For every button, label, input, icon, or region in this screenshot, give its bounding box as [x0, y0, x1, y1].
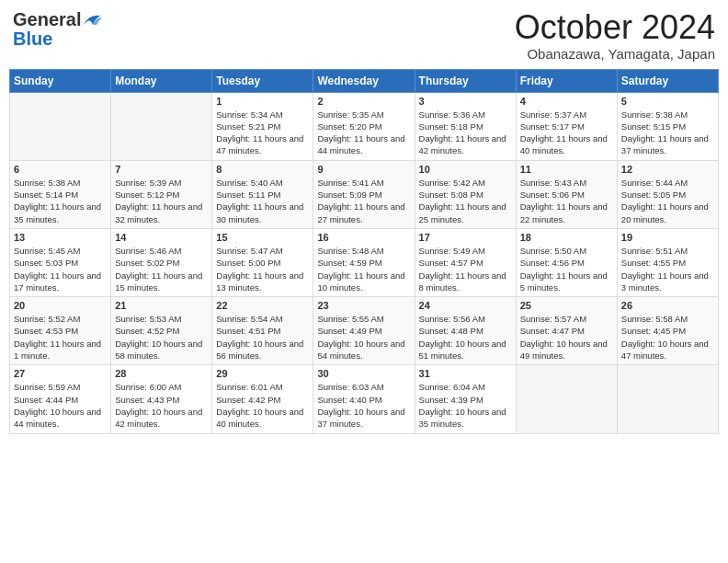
- weekday-tuesday: Tuesday: [212, 69, 313, 92]
- day-number: 27: [14, 368, 107, 379]
- calendar-cell: [10, 92, 111, 160]
- day-info: Sunrise: 5:44 AM Sunset: 5:05 PM Dayligh…: [621, 177, 714, 225]
- day-number: 29: [216, 368, 309, 379]
- calendar-cell: 7Sunrise: 5:39 AM Sunset: 5:12 PM Daylig…: [111, 160, 212, 228]
- day-number: 24: [419, 300, 512, 311]
- calendar-cell: 2Sunrise: 5:35 AM Sunset: 5:20 PM Daylig…: [313, 92, 415, 160]
- calendar-cell: 25Sunrise: 5:57 AM Sunset: 4:47 PM Dayli…: [516, 297, 617, 365]
- day-info: Sunrise: 5:58 AM Sunset: 4:45 PM Dayligh…: [621, 313, 714, 362]
- weekday-saturday: Saturday: [617, 69, 718, 92]
- day-info: Sunrise: 5:38 AM Sunset: 5:14 PM Dayligh…: [14, 177, 107, 225]
- weekday-thursday: Thursday: [415, 69, 516, 92]
- day-info: Sunrise: 6:03 AM Sunset: 4:40 PM Dayligh…: [317, 381, 410, 430]
- day-number: 21: [115, 300, 208, 311]
- day-number: 16: [317, 232, 410, 243]
- calendar-cell: 11Sunrise: 5:43 AM Sunset: 5:06 PM Dayli…: [516, 160, 617, 228]
- day-number: 20: [14, 300, 107, 311]
- day-number: 23: [317, 300, 410, 311]
- weekday-friday: Friday: [516, 69, 617, 92]
- day-info: Sunrise: 5:38 AM Sunset: 5:15 PM Dayligh…: [621, 109, 714, 157]
- day-number: 9: [317, 164, 410, 175]
- calendar-cell: 6Sunrise: 5:38 AM Sunset: 5:14 PM Daylig…: [10, 160, 111, 228]
- day-number: 14: [115, 232, 208, 243]
- day-number: 10: [419, 164, 512, 175]
- day-number: 5: [621, 96, 714, 107]
- day-number: 8: [216, 164, 309, 175]
- calendar-cell: 1Sunrise: 5:34 AM Sunset: 5:21 PM Daylig…: [212, 92, 313, 160]
- logo-bird-icon: [82, 12, 102, 29]
- day-info: Sunrise: 5:53 AM Sunset: 4:52 PM Dayligh…: [115, 313, 208, 362]
- weekday-wednesday: Wednesday: [313, 69, 415, 92]
- weekday-monday: Monday: [111, 69, 212, 92]
- calendar-cell: 5Sunrise: 5:38 AM Sunset: 5:15 PM Daylig…: [617, 92, 718, 160]
- weekday-sunday: Sunday: [10, 69, 111, 92]
- title-area: October 2024 Obanazawa, Yamagata, Japan: [515, 9, 715, 62]
- calendar-cell: 15Sunrise: 5:47 AM Sunset: 5:00 PM Dayli…: [212, 228, 313, 296]
- day-number: 19: [621, 232, 714, 243]
- day-number: 7: [115, 164, 208, 175]
- day-info: Sunrise: 6:00 AM Sunset: 4:43 PM Dayligh…: [115, 381, 208, 430]
- day-info: Sunrise: 5:50 AM Sunset: 4:56 PM Dayligh…: [520, 245, 613, 293]
- day-info: Sunrise: 5:48 AM Sunset: 4:59 PM Dayligh…: [317, 245, 410, 293]
- day-number: 1: [216, 96, 309, 107]
- calendar-cell: 3Sunrise: 5:36 AM Sunset: 5:18 PM Daylig…: [415, 92, 516, 160]
- logo-blue: Blue: [13, 30, 52, 47]
- day-info: Sunrise: 5:47 AM Sunset: 5:00 PM Dayligh…: [216, 245, 309, 293]
- day-info: Sunrise: 6:01 AM Sunset: 4:42 PM Dayligh…: [216, 381, 309, 430]
- day-info: Sunrise: 5:39 AM Sunset: 5:12 PM Dayligh…: [115, 177, 208, 225]
- calendar-cell: 31Sunrise: 6:04 AM Sunset: 4:39 PM Dayli…: [415, 365, 516, 433]
- day-number: 26: [621, 300, 714, 311]
- day-number: 6: [14, 164, 107, 175]
- day-number: 4: [520, 96, 613, 107]
- week-row-1: 1Sunrise: 5:34 AM Sunset: 5:21 PM Daylig…: [10, 92, 719, 160]
- day-number: 17: [419, 232, 512, 243]
- calendar-cell: 9Sunrise: 5:41 AM Sunset: 5:09 PM Daylig…: [313, 160, 415, 228]
- day-info: Sunrise: 5:51 AM Sunset: 4:55 PM Dayligh…: [621, 245, 714, 293]
- calendar-cell: 18Sunrise: 5:50 AM Sunset: 4:56 PM Dayli…: [516, 228, 617, 296]
- day-info: Sunrise: 5:59 AM Sunset: 4:44 PM Dayligh…: [14, 381, 107, 430]
- day-info: Sunrise: 5:45 AM Sunset: 5:03 PM Dayligh…: [14, 245, 107, 293]
- day-info: Sunrise: 5:43 AM Sunset: 5:06 PM Dayligh…: [520, 177, 613, 225]
- calendar-cell: 26Sunrise: 5:58 AM Sunset: 4:45 PM Dayli…: [617, 297, 718, 365]
- month-title: October 2024: [515, 9, 715, 46]
- calendar-cell: 8Sunrise: 5:40 AM Sunset: 5:11 PM Daylig…: [212, 160, 313, 228]
- calendar-cell: [617, 365, 718, 433]
- day-info: Sunrise: 5:37 AM Sunset: 5:17 PM Dayligh…: [520, 109, 613, 157]
- day-info: Sunrise: 5:42 AM Sunset: 5:08 PM Dayligh…: [419, 177, 512, 225]
- day-number: 25: [520, 300, 613, 311]
- calendar-cell: 13Sunrise: 5:45 AM Sunset: 5:03 PM Dayli…: [10, 228, 111, 296]
- calendar-table: SundayMondayTuesdayWednesdayThursdayFrid…: [9, 69, 719, 434]
- calendar-body: 1Sunrise: 5:34 AM Sunset: 5:21 PM Daylig…: [10, 92, 719, 433]
- day-info: Sunrise: 6:04 AM Sunset: 4:39 PM Dayligh…: [419, 381, 512, 430]
- calendar-cell: 21Sunrise: 5:53 AM Sunset: 4:52 PM Dayli…: [111, 297, 212, 365]
- day-info: Sunrise: 5:56 AM Sunset: 4:48 PM Dayligh…: [419, 313, 512, 362]
- day-number: 13: [14, 232, 107, 243]
- day-number: 15: [216, 232, 309, 243]
- day-number: 28: [115, 368, 208, 379]
- day-number: 30: [317, 368, 410, 379]
- calendar-cell: 20Sunrise: 5:52 AM Sunset: 4:53 PM Dayli…: [10, 297, 111, 365]
- day-number: 12: [621, 164, 714, 175]
- day-info: Sunrise: 5:34 AM Sunset: 5:21 PM Dayligh…: [216, 109, 309, 157]
- calendar-cell: [111, 92, 212, 160]
- day-number: 3: [419, 96, 512, 107]
- calendar-cell: 30Sunrise: 6:03 AM Sunset: 4:40 PM Dayli…: [313, 365, 415, 433]
- week-row-3: 13Sunrise: 5:45 AM Sunset: 5:03 PM Dayli…: [10, 228, 719, 296]
- day-info: Sunrise: 5:55 AM Sunset: 4:49 PM Dayligh…: [317, 313, 410, 362]
- day-number: 18: [520, 232, 613, 243]
- location-title: Obanazawa, Yamagata, Japan: [515, 46, 715, 62]
- day-number: 11: [520, 164, 613, 175]
- calendar-cell: 4Sunrise: 5:37 AM Sunset: 5:17 PM Daylig…: [516, 92, 617, 160]
- calendar-cell: 29Sunrise: 6:01 AM Sunset: 4:42 PM Dayli…: [212, 365, 313, 433]
- calendar-cell: 24Sunrise: 5:56 AM Sunset: 4:48 PM Dayli…: [415, 297, 516, 365]
- day-info: Sunrise: 5:35 AM Sunset: 5:20 PM Dayligh…: [317, 109, 410, 157]
- day-info: Sunrise: 5:46 AM Sunset: 5:02 PM Dayligh…: [115, 245, 208, 293]
- calendar-cell: 19Sunrise: 5:51 AM Sunset: 4:55 PM Dayli…: [617, 228, 718, 296]
- week-row-2: 6Sunrise: 5:38 AM Sunset: 5:14 PM Daylig…: [10, 160, 719, 228]
- logo-general: General: [13, 9, 81, 30]
- weekday-header-row: SundayMondayTuesdayWednesdayThursdayFrid…: [10, 69, 719, 92]
- calendar-cell: 27Sunrise: 5:59 AM Sunset: 4:44 PM Dayli…: [10, 365, 111, 433]
- calendar-cell: 23Sunrise: 5:55 AM Sunset: 4:49 PM Dayli…: [313, 297, 415, 365]
- calendar-cell: 16Sunrise: 5:48 AM Sunset: 4:59 PM Dayli…: [313, 228, 415, 296]
- calendar-cell: 28Sunrise: 6:00 AM Sunset: 4:43 PM Dayli…: [111, 365, 212, 433]
